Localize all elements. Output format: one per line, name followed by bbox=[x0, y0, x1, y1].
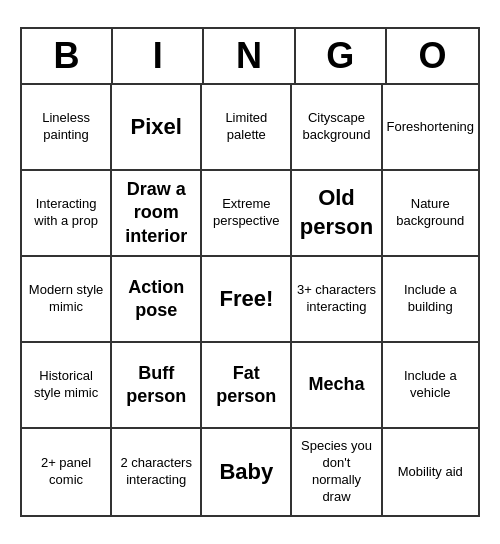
bingo-cell-24: Mobility aid bbox=[383, 429, 478, 515]
bingo-cell-1: Pixel bbox=[112, 85, 202, 171]
bingo-cell-4: Foreshortening bbox=[383, 85, 478, 171]
bingo-cell-9: Nature background bbox=[383, 171, 478, 257]
bingo-card: BINGO Lineless paintingPixelLimited pale… bbox=[20, 27, 480, 517]
bingo-cell-15: Historical style mimic bbox=[22, 343, 112, 429]
bingo-cell-5: Interacting with a prop bbox=[22, 171, 112, 257]
bingo-cell-14: Include a building bbox=[383, 257, 478, 343]
bingo-cell-23: Species you don't normally draw bbox=[292, 429, 382, 515]
bingo-letter-B: B bbox=[22, 29, 113, 83]
bingo-cell-8: Old person bbox=[292, 171, 382, 257]
bingo-header: BINGO bbox=[22, 29, 478, 85]
bingo-cell-13: 3+ characters interacting bbox=[292, 257, 382, 343]
bingo-cell-19: Include a vehicle bbox=[383, 343, 478, 429]
bingo-cell-20: 2+ panel comic bbox=[22, 429, 112, 515]
bingo-cell-11: Action pose bbox=[112, 257, 202, 343]
bingo-cell-2: Limited palette bbox=[202, 85, 292, 171]
bingo-cell-7: Extreme perspective bbox=[202, 171, 292, 257]
bingo-cell-18: Mecha bbox=[292, 343, 382, 429]
bingo-letter-I: I bbox=[113, 29, 204, 83]
bingo-letter-N: N bbox=[204, 29, 295, 83]
bingo-cell-17: Fat person bbox=[202, 343, 292, 429]
bingo-cell-12: Free! bbox=[202, 257, 292, 343]
bingo-letter-G: G bbox=[296, 29, 387, 83]
bingo-grid: Lineless paintingPixelLimited paletteCit… bbox=[22, 85, 478, 515]
bingo-cell-22: Baby bbox=[202, 429, 292, 515]
bingo-cell-16: Buff person bbox=[112, 343, 202, 429]
bingo-cell-3: Cityscape background bbox=[292, 85, 382, 171]
bingo-letter-O: O bbox=[387, 29, 478, 83]
bingo-cell-6: Draw a room interior bbox=[112, 171, 202, 257]
bingo-cell-0: Lineless painting bbox=[22, 85, 112, 171]
bingo-cell-10: Modern style mimic bbox=[22, 257, 112, 343]
bingo-cell-21: 2 characters interacting bbox=[112, 429, 202, 515]
